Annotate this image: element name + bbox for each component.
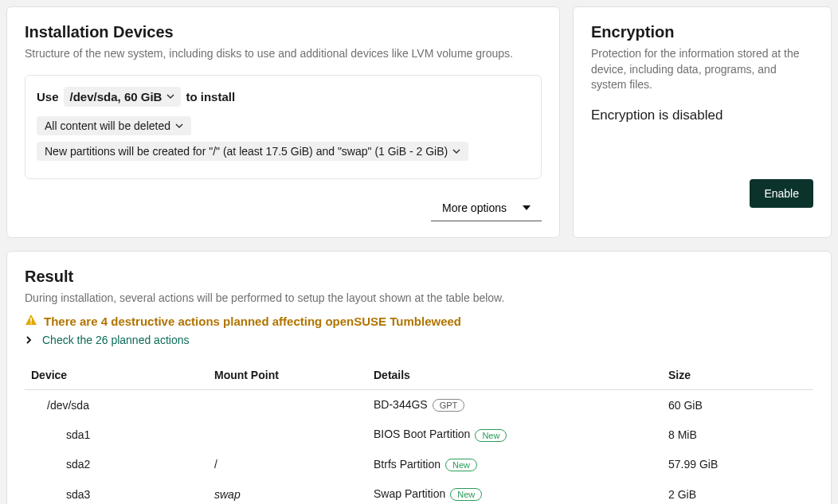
cell-details: Swap PartitionNew xyxy=(367,479,662,504)
warning-icon xyxy=(25,314,37,329)
installation-devices-card: Installation Devices Structure of the ne… xyxy=(6,6,560,238)
check-actions-link[interactable]: Check the 26 planned actions xyxy=(42,334,189,346)
status-badge: New xyxy=(445,459,477,471)
encryption-status: Encryption is disabled xyxy=(591,107,813,123)
cell-details: BIOS Boot PartitionNew xyxy=(367,420,662,449)
col-mount: Mount Point xyxy=(208,361,367,390)
use-line: Use /dev/sda, 60 GiB to install xyxy=(37,87,530,107)
svg-rect-0 xyxy=(30,318,32,322)
caret-down-icon xyxy=(523,201,531,214)
install-config-block: Use /dev/sda, 60 GiB to install All cont… xyxy=(25,75,542,179)
enable-encryption-button[interactable]: Enable xyxy=(750,179,813,208)
installation-devices-subtitle: Structure of the new system, including d… xyxy=(25,46,542,62)
result-card: Result During installation, several acti… xyxy=(6,251,832,504)
table-row: sda3swapSwap PartitionNew2 GiB xyxy=(25,479,813,504)
content-policy-selector[interactable]: All content will be deleted xyxy=(37,116,191,135)
status-badge: New xyxy=(450,488,482,501)
use-suffix: to install xyxy=(186,90,235,104)
status-badge: New xyxy=(475,429,507,442)
check-actions-row[interactable]: Check the 26 planned actions xyxy=(25,334,813,346)
chevron-right-icon xyxy=(25,334,33,346)
encryption-card: Encryption Protection for the informatio… xyxy=(573,6,832,238)
chevron-down-icon xyxy=(175,122,183,130)
cell-mount xyxy=(208,420,367,449)
status-badge: GPT xyxy=(433,399,465,412)
result-title: Result xyxy=(25,268,813,286)
device-selector[interactable]: /dev/sda, 60 GiB xyxy=(64,87,182,107)
partitions-label: New partitions will be created for "/" (… xyxy=(45,145,448,158)
cell-details: BD-344GSGPT xyxy=(367,390,662,420)
result-subtitle: During installation, several actions wil… xyxy=(25,291,813,307)
cell-mount: swap xyxy=(208,479,367,504)
use-prefix: Use xyxy=(37,90,59,104)
cell-size: 60 GiB xyxy=(662,390,813,420)
col-size: Size xyxy=(662,361,813,390)
chevron-down-icon xyxy=(452,147,460,155)
result-table: Device Mount Point Details Size /dev/sda… xyxy=(25,361,813,504)
cell-mount xyxy=(208,390,367,420)
destructive-warning: There are 4 destructive actions planned … xyxy=(25,314,813,329)
table-row: sda2/Btrfs PartitionNew57.99 GiB xyxy=(25,450,813,479)
content-policy-label: All content will be deleted xyxy=(45,119,170,132)
cell-size: 2 GiB xyxy=(662,479,813,504)
table-row: /dev/sdaBD-344GSGPT60 GiB xyxy=(25,390,813,420)
device-label: /dev/sda, 60 GiB xyxy=(70,90,163,104)
col-details: Details xyxy=(367,361,662,390)
cell-mount: / xyxy=(208,450,367,479)
table-row: sda1BIOS Boot PartitionNew8 MiB xyxy=(25,420,813,449)
cell-device: sda1 xyxy=(25,420,208,449)
cell-device: sda3 xyxy=(25,479,208,504)
more-options-button[interactable]: More options xyxy=(431,195,542,221)
cell-details: Btrfs PartitionNew xyxy=(367,450,662,479)
cell-size: 8 MiB xyxy=(662,420,813,449)
cell-device: /dev/sda xyxy=(25,390,208,420)
encryption-subtitle: Protection for the information stored at… xyxy=(591,46,813,93)
cell-device: sda2 xyxy=(25,450,208,479)
more-options-label: More options xyxy=(442,201,507,214)
encryption-title: Encryption xyxy=(591,23,813,41)
svg-rect-1 xyxy=(30,322,32,324)
col-device: Device xyxy=(25,361,208,390)
destructive-warning-text: There are 4 destructive actions planned … xyxy=(44,315,461,328)
chevron-down-icon xyxy=(166,92,174,100)
cell-size: 57.99 GiB xyxy=(662,450,813,479)
installation-devices-title: Installation Devices xyxy=(25,23,542,41)
partitions-selector[interactable]: New partitions will be created for "/" (… xyxy=(37,142,468,161)
